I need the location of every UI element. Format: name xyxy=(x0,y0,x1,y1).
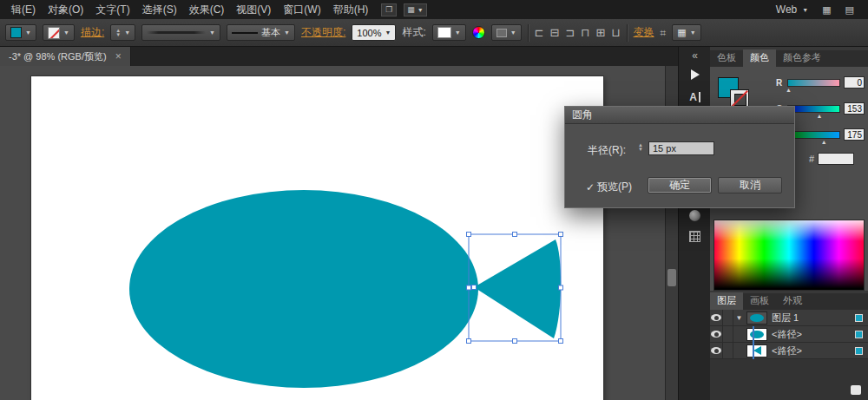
selection-chip[interactable] xyxy=(855,314,863,322)
close-icon[interactable]: × xyxy=(115,50,122,62)
align-right-icon[interactable]: ⊐ xyxy=(565,26,575,39)
align-middle-icon[interactable]: ⊞ xyxy=(596,26,606,39)
align-center-icon[interactable]: ⊟ xyxy=(550,26,560,39)
selection-chip[interactable] xyxy=(855,347,863,355)
layer-row[interactable]: ▼ 图层 1 xyxy=(710,310,868,326)
layer-row[interactable]: <路径> xyxy=(710,343,868,359)
radius-stepper[interactable]: ▲▼ xyxy=(638,143,643,152)
selection-handle[interactable] xyxy=(513,233,517,237)
workspace-switcher[interactable]: Web▼ xyxy=(776,3,808,16)
scrollbar-thumb[interactable] xyxy=(667,269,676,286)
stroke-weight-combo[interactable]: ▲▼▼ xyxy=(110,24,135,41)
tab-appearance[interactable]: 外观 xyxy=(776,292,809,310)
arrange-documents-icon[interactable]: ▦▼ xyxy=(404,3,426,16)
layer-thumbnail[interactable] xyxy=(746,311,767,325)
panel-footer-icon[interactable] xyxy=(851,385,861,395)
visibility-cell[interactable] xyxy=(710,310,723,326)
document-tab[interactable]: -3* @ 98% (RGB/预览) × xyxy=(0,47,131,66)
grid-hash-icon[interactable]: ⌗ xyxy=(661,27,667,39)
selection-handle[interactable] xyxy=(467,285,471,290)
slider-thumb-icon[interactable]: ▲ xyxy=(786,87,792,93)
selection-handle[interactable] xyxy=(559,285,563,290)
preview-checkbox[interactable]: ✓预览(P) xyxy=(586,180,632,194)
tab-color-guide[interactable]: 颜色参考 xyxy=(776,49,828,67)
layer-name[interactable]: <路径> xyxy=(772,344,802,357)
transform-link[interactable]: 变换 xyxy=(634,25,654,40)
brush-combo[interactable]: 基本▼ xyxy=(227,24,295,41)
eye-icon[interactable] xyxy=(711,331,721,338)
expand-dock-button[interactable]: « xyxy=(679,49,711,62)
lock-cell[interactable] xyxy=(723,310,733,326)
channel-value[interactable]: 153 xyxy=(844,102,865,115)
channel-slider-b[interactable]: ▲ xyxy=(787,131,840,139)
layer-thumbnail[interactable] xyxy=(746,344,767,357)
ok-button[interactable]: 确定 xyxy=(648,177,712,193)
menu-type[interactable]: 文字(T) xyxy=(89,3,135,17)
fish-tail-shape[interactable] xyxy=(474,239,561,338)
opacity-link[interactable]: 不透明度: xyxy=(301,25,345,40)
visibility-cell[interactable] xyxy=(710,326,723,343)
menu-view[interactable]: 视图(V) xyxy=(230,3,277,17)
channel-slider-g[interactable]: ▲ xyxy=(787,105,840,113)
menu-edit[interactable]: 辑(E) xyxy=(5,3,42,17)
eye-icon[interactable] xyxy=(711,347,721,354)
channel-slider-r[interactable]: ▲ xyxy=(787,79,840,87)
selection-handle[interactable] xyxy=(559,339,563,344)
lock-cell[interactable] xyxy=(723,343,733,359)
menu-effect[interactable]: 效果(C) xyxy=(183,3,231,17)
document-icon[interactable]: ❐ xyxy=(381,3,397,16)
options-combo[interactable]: ▼ xyxy=(491,24,522,41)
slider-thumb-icon[interactable]: ▲ xyxy=(816,113,822,119)
stepper-icon[interactable]: ▲▼ xyxy=(115,29,121,37)
tab-swatches[interactable]: 色板 xyxy=(710,49,743,67)
panel-list-icon[interactable]: ▤ xyxy=(845,4,854,16)
gradient-panel-button[interactable] xyxy=(679,210,711,221)
disclosure-triangle-icon[interactable]: ▼ xyxy=(733,314,745,322)
panel-grid-icon[interactable]: ▦ xyxy=(822,4,831,16)
dialog-title-bar[interactable]: 圆角 xyxy=(565,107,794,124)
layer-thumbnail[interactable] xyxy=(746,328,767,341)
artboard[interactable] xyxy=(31,76,603,400)
tab-color[interactable]: 颜色 xyxy=(743,49,776,67)
more-options-combo[interactable]: ▦▼ xyxy=(672,24,700,41)
stroke-link[interactable]: 描边: xyxy=(81,25,104,40)
slider-thumb-icon[interactable]: ▲ xyxy=(821,139,827,145)
selection-handle[interactable] xyxy=(559,233,563,237)
layer-name[interactable]: <路径> xyxy=(772,328,802,341)
character-panel-button[interactable]: A xyxy=(679,92,711,102)
fill-color-combo[interactable]: ▼ xyxy=(5,24,36,41)
menu-object[interactable]: 对象(O) xyxy=(42,3,89,17)
menu-window[interactable]: 窗口(W) xyxy=(277,3,326,17)
selection-handle[interactable] xyxy=(467,339,471,344)
visibility-cell[interactable] xyxy=(710,343,723,359)
layer-row[interactable]: <路径> xyxy=(710,326,868,343)
stroke-color-combo[interactable]: ▼ xyxy=(43,24,75,41)
opacity-combo[interactable]: 100%▼ xyxy=(352,24,396,41)
menu-help[interactable]: 帮助(H) xyxy=(327,3,375,17)
actions-panel-button[interactable] xyxy=(679,69,711,80)
tab-layers[interactable]: 图层 xyxy=(710,292,743,310)
tab-artboards[interactable]: 画板 xyxy=(743,292,776,310)
recolor-artwork-icon[interactable] xyxy=(472,26,485,39)
selection-handle[interactable] xyxy=(467,233,471,237)
selection-handle[interactable] xyxy=(513,339,517,344)
align-left-icon[interactable]: ⊏ xyxy=(535,26,544,39)
menu-select[interactable]: 选择(S) xyxy=(136,3,183,17)
align-top-icon[interactable]: ⊓ xyxy=(581,26,589,39)
channel-value[interactable]: 175 xyxy=(844,128,865,141)
anchor-point-handle[interactable] xyxy=(472,285,477,290)
radius-input[interactable] xyxy=(648,141,714,155)
cancel-button[interactable]: 取消 xyxy=(718,177,782,193)
style-combo[interactable]: ▼ xyxy=(432,24,466,41)
transparency-panel-button[interactable] xyxy=(679,231,711,242)
layer-name[interactable]: 图层 1 xyxy=(772,311,799,325)
hex-input[interactable] xyxy=(818,153,854,165)
channel-value[interactable]: 0 xyxy=(844,76,865,89)
align-bottom-icon[interactable]: ⊔ xyxy=(611,26,620,39)
fish-body-shape[interactable] xyxy=(129,190,478,388)
selection-chip[interactable] xyxy=(855,331,863,338)
eye-icon[interactable] xyxy=(711,314,721,321)
width-profile-combo[interactable]: ▼ xyxy=(141,24,220,41)
lock-cell[interactable] xyxy=(723,326,733,343)
color-spectrum[interactable] xyxy=(713,220,865,291)
